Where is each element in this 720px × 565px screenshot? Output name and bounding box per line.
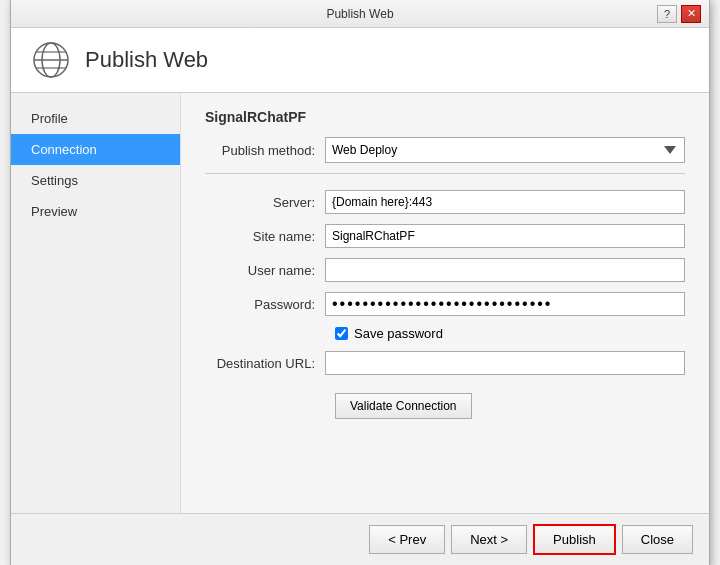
- validate-connection-button[interactable]: Validate Connection: [335, 393, 472, 419]
- site-name-label: Site name:: [205, 229, 325, 244]
- divider: [205, 173, 685, 174]
- save-password-checkbox[interactable]: [335, 327, 348, 340]
- server-label: Server:: [205, 195, 325, 210]
- publish-web-window: Publish Web ? ✕ Publish Web Profile Conn…: [10, 0, 710, 565]
- prev-button[interactable]: < Prev: [369, 525, 445, 554]
- next-button[interactable]: Next >: [451, 525, 527, 554]
- title-bar: Publish Web ? ✕: [11, 0, 709, 28]
- window-title: Publish Web: [63, 7, 657, 21]
- sidebar: Profile Connection Settings Preview: [11, 93, 181, 513]
- username-label: User name:: [205, 263, 325, 278]
- save-password-row: Save password: [335, 326, 685, 341]
- publish-method-select[interactable]: Web Deploy Web Deploy Package FTP File S…: [325, 137, 685, 163]
- section-title: SignalRChatPF: [205, 109, 685, 125]
- server-row: Server:: [205, 190, 685, 214]
- save-password-label[interactable]: Save password: [354, 326, 443, 341]
- close-footer-button[interactable]: Close: [622, 525, 693, 554]
- globe-icon: [31, 40, 71, 80]
- server-input[interactable]: [325, 190, 685, 214]
- help-button[interactable]: ?: [657, 5, 677, 23]
- content-area: Profile Connection Settings Preview Sign…: [11, 93, 709, 513]
- username-input[interactable]: [325, 258, 685, 282]
- destination-url-row: Destination URL:: [205, 351, 685, 375]
- header: Publish Web: [11, 28, 709, 93]
- title-bar-buttons: ? ✕: [657, 5, 701, 23]
- destination-url-input[interactable]: [325, 351, 685, 375]
- sidebar-item-settings[interactable]: Settings: [11, 165, 180, 196]
- site-name-row: Site name:: [205, 224, 685, 248]
- sidebar-item-connection[interactable]: Connection: [11, 134, 180, 165]
- password-input[interactable]: [325, 292, 685, 316]
- username-row: User name:: [205, 258, 685, 282]
- sidebar-item-preview[interactable]: Preview: [11, 196, 180, 227]
- site-name-input[interactable]: [325, 224, 685, 248]
- close-button[interactable]: ✕: [681, 5, 701, 23]
- publish-method-label: Publish method:: [205, 143, 325, 158]
- sidebar-item-profile[interactable]: Profile: [11, 103, 180, 134]
- header-title: Publish Web: [85, 47, 208, 73]
- publish-method-row: Publish method: Web Deploy Web Deploy Pa…: [205, 137, 685, 163]
- destination-url-label: Destination URL:: [205, 356, 325, 371]
- password-row: Password:: [205, 292, 685, 316]
- main-form: SignalRChatPF Publish method: Web Deploy…: [181, 93, 709, 513]
- password-label: Password:: [205, 297, 325, 312]
- publish-button[interactable]: Publish: [533, 524, 616, 555]
- footer: < Prev Next > Publish Close: [11, 513, 709, 565]
